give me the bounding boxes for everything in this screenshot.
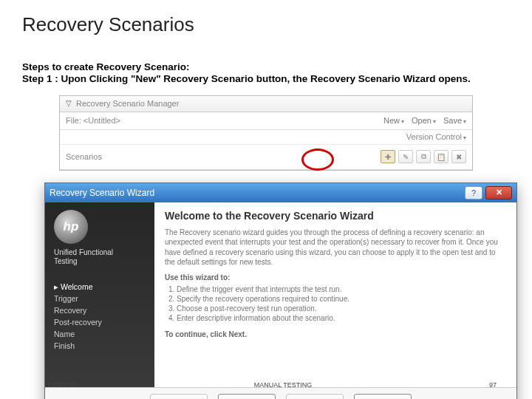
slide-title: Recovery Scenarios — [22, 13, 510, 36]
chevron-down-icon: ▾ — [463, 134, 466, 141]
nav-finish[interactable]: Finish — [54, 340, 147, 352]
finish-button[interactable]: Finish — [286, 394, 344, 399]
wizard-main: Welcome to the Recovery Scenario Wizard … — [154, 202, 516, 387]
slide-footer: 11/9/2020 MANUAL TESTING 97 — [0, 381, 532, 389]
rsm-file-label: File: — [66, 116, 81, 125]
rsm-title: Recovery Scenario Manager — [76, 95, 179, 112]
chevron-down-icon: ▾ — [433, 118, 436, 125]
wizard-nav: Welcome Trigger Recovery Post-recovery N… — [54, 281, 147, 352]
rsm-app-icon: ▽ — [66, 95, 72, 112]
back-button[interactable]: < Back — [150, 394, 208, 399]
wizard-button-bar: < Back Next > Finish Cancel — [45, 387, 516, 399]
wizard-list-item: Specify the recovery operations required… — [177, 294, 506, 304]
rsm-file-value: <Untitled> — [83, 116, 120, 125]
product-name: Unified Functional Testing — [54, 248, 147, 266]
cancel-button[interactable]: Cancel — [354, 394, 412, 399]
nav-recovery[interactable]: Recovery — [54, 304, 147, 316]
recovery-scenario-wizard-window: Recovery Scenario Wizard ? ✕ hp Unified … — [44, 183, 517, 399]
steps-heading: Steps to create Recovery Scenario: — [22, 61, 510, 72]
rsm-edit-icon[interactable]: ✎ — [398, 150, 413, 163]
rsm-copy-icon[interactable]: ⧉ — [416, 150, 431, 163]
nav-post-recovery[interactable]: Post-recovery — [54, 316, 147, 328]
rsm-scenarios-row: Scenarios ✚ ✎ ⧉ 📋 ✖ — [60, 145, 472, 170]
wizard-list-item: Choose a post-recovery test run operatio… — [177, 304, 506, 313]
wizard-use-label: Use this wizard to: — [165, 273, 506, 282]
wizard-titlebar: Recovery Scenario Wizard ? ✕ — [45, 183, 516, 202]
rsm-icon-toolbar: ✚ ✎ ⧉ 📋 ✖ — [381, 150, 466, 163]
nav-trigger[interactable]: Trigger — [54, 293, 147, 304]
rsm-version-row: Version Control▾ — [60, 130, 472, 145]
wizard-list-item: Enter descriptive information about the … — [177, 313, 506, 323]
screenshot-area: ▽ Recovery Scenario Manager File: <Untit… — [22, 95, 510, 171]
wizard-continue: To continue, click Next. — [165, 330, 506, 338]
next-button[interactable]: Next > — [218, 394, 276, 399]
rsm-new-button[interactable]: New▾ — [383, 116, 404, 125]
rsm-scenarios-label: Scenarios — [66, 152, 125, 161]
wizard-intro: The Recovery scenario wizard guides you … — [165, 228, 506, 267]
close-icon[interactable]: ✕ — [485, 186, 512, 200]
rsm-save-button[interactable]: Save▾ — [443, 116, 466, 125]
footer-center: MANUAL TESTING — [254, 381, 313, 389]
rsm-paste-icon[interactable]: 📋 — [434, 150, 449, 163]
wizard-list: Define the trigger event that interrupts… — [177, 284, 506, 323]
nav-name[interactable]: Name — [54, 328, 147, 340]
nav-welcome[interactable]: Welcome — [54, 281, 147, 293]
rsm-titlebar: ▽ Recovery Scenario Manager — [60, 96, 472, 112]
rsm-file-area: File: <Untitled> — [66, 116, 120, 125]
wizard-sidebar: hp Unified Functional Testing Welcome Tr… — [45, 202, 154, 387]
chevron-down-icon: ▾ — [401, 118, 404, 125]
footer-date: 11/9/2020 — [47, 381, 77, 389]
wizard-list-item: Define the trigger event that interrupts… — [177, 284, 506, 294]
rsm-toolbar: File: <Untitled> New▾ Open▾ Save▾ — [60, 112, 472, 130]
rsm-version-control[interactable]: Version Control▾ — [406, 132, 466, 141]
wizard-heading: Welcome to the Recovery Scenario Wizard — [165, 210, 506, 222]
rsm-open-button[interactable]: Open▾ — [412, 116, 436, 125]
recovery-scenario-manager-window: ▽ Recovery Scenario Manager File: <Untit… — [59, 95, 473, 171]
step-1-text: Step 1 : Upon Clicking "New" Recovery Sc… — [22, 72, 510, 86]
rsm-new-scenario-icon[interactable]: ✚ — [381, 150, 395, 163]
help-icon[interactable]: ? — [465, 186, 482, 200]
hp-logo-icon: hp — [54, 210, 88, 244]
footer-page: 97 — [489, 381, 497, 389]
wizard-title: Recovery Scenario Wizard — [50, 188, 154, 198]
chevron-down-icon: ▾ — [463, 118, 466, 125]
rsm-delete-icon[interactable]: ✖ — [451, 150, 466, 163]
